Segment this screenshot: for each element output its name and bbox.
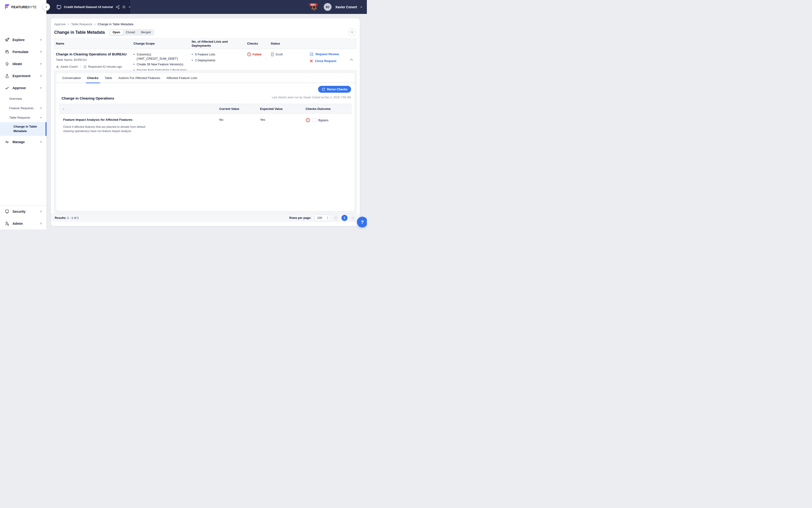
requested-time: Requested 42 minutes ago xyxy=(88,65,122,69)
checks-table-row: Feature Impact Analysis for Affected Fea… xyxy=(59,114,352,133)
bypass-label: Bypass xyxy=(318,118,328,122)
sidebar-item-label: Approve xyxy=(12,86,37,90)
flask-icon xyxy=(5,74,9,78)
sidebar-item-label: Security xyxy=(12,210,37,213)
tab-affected-feature-lists[interactable]: Affected Feature Lists xyxy=(166,73,197,83)
close-request-label: Close Request xyxy=(315,59,336,63)
sidebar-item-approve[interactable]: Approve xyxy=(0,82,46,94)
next-page-button[interactable] xyxy=(350,215,356,221)
detail-panel: Conversation Checks Table Actions For Af… xyxy=(56,73,355,211)
gear-icon[interactable] xyxy=(122,5,126,9)
sidebar-bottom-group: Security Admin xyxy=(0,205,46,229)
check-expected-value: Yes xyxy=(256,114,301,122)
close-x-icon xyxy=(310,59,313,63)
tab-table[interactable]: Table xyxy=(105,73,112,83)
sidebar-item-overview[interactable]: Overview xyxy=(0,94,46,103)
telescope-icon xyxy=(5,38,9,42)
checks-column-current-value: Current Value xyxy=(215,107,256,111)
column-header-change-scope: Change Scope xyxy=(131,42,189,45)
filter-open[interactable]: Open xyxy=(110,30,123,35)
sidebar-item-explore[interactable]: Explore xyxy=(0,34,46,46)
sidebar-item-label: Experiment xyxy=(12,74,37,78)
sidebar-item-table-requests[interactable]: Table Requests xyxy=(0,113,46,122)
check-name-cell: Feature Impact Analysis for Affected Fea… xyxy=(59,114,215,133)
monitor-check-icon xyxy=(56,5,61,9)
request-review-label: Request Review xyxy=(315,52,339,56)
avatar[interactable]: XC xyxy=(324,3,331,11)
sidebar-item-label: Ideate xyxy=(12,62,37,66)
chevron-left-icon xyxy=(335,217,337,219)
tab-conversation[interactable]: Conversation xyxy=(62,73,81,83)
sidebar-item-formulate[interactable]: Formulate xyxy=(0,46,46,58)
chevron-right-icon xyxy=(40,38,42,41)
chevron-down-icon xyxy=(40,116,42,119)
share-icon[interactable] xyxy=(116,5,120,9)
checks-column-name: - xyxy=(59,107,215,111)
bypass-checkbox[interactable] xyxy=(312,118,316,122)
select-stepper-icon xyxy=(326,216,329,220)
logo[interactable]: FEATUREBYTE xyxy=(0,0,46,14)
sidebar-item-label: Explore xyxy=(12,38,37,42)
tab-checks[interactable]: Checks xyxy=(87,73,98,83)
chevron-down-icon[interactable] xyxy=(128,6,131,8)
sidebar-item-experiment[interactable]: Experiment xyxy=(0,70,46,82)
check-current-value: No xyxy=(215,114,256,122)
checks-section-title: Change in Cleaning Operations xyxy=(61,96,114,100)
sidebar-item-manage[interactable]: Manage xyxy=(0,136,46,148)
page-1-button[interactable]: 1 xyxy=(342,215,348,221)
notification-badge: 999+ xyxy=(309,3,318,7)
sidebar: FEATUREBYTE Explore Formulate Ideate xyxy=(0,0,46,229)
chevron-up-icon xyxy=(350,58,353,61)
tab-actions-for-affected-features[interactable]: Actions For Affected Features xyxy=(118,73,160,83)
breadcrumb-separator: > xyxy=(94,23,96,26)
top-bar: Credit Default Dataset UI tutorial 999+ xyxy=(0,0,367,14)
checks-column-expected-value: Expected Value xyxy=(256,107,301,111)
requester-name: Xavier Conort xyxy=(60,65,78,69)
rows-per-page-label: Rows per page: xyxy=(289,216,311,220)
logo-text-bold: FEATURE xyxy=(11,5,28,9)
user-search-icon xyxy=(5,221,9,226)
user-menu-chevron-icon[interactable] xyxy=(360,6,363,8)
logo-text-light: BYTE xyxy=(28,5,37,9)
sidebar-subitem-label: Overview xyxy=(9,97,42,100)
sidebar-item-admin[interactable]: Admin xyxy=(0,217,46,229)
sidebar-item-change-in-table-metadata[interactable]: Change in Table Metadata xyxy=(0,122,46,136)
chevron-right-icon xyxy=(40,210,42,213)
request-review-button[interactable]: Request Review xyxy=(310,52,357,56)
logo-text: FEATUREBYTE xyxy=(11,5,37,9)
failed-icon xyxy=(247,52,251,56)
filter-closed[interactable]: Closed xyxy=(123,30,138,35)
request-title: Change in Cleaning Operations of BUREAU xyxy=(56,52,131,56)
sidebar-item-feature-requests[interactable]: Feature Requests xyxy=(0,103,46,113)
chevron-right-icon xyxy=(352,217,354,219)
column-header-status: Status xyxy=(269,42,308,45)
row-collapse-button[interactable] xyxy=(350,58,353,61)
status-label: Draft xyxy=(276,53,283,56)
notifications-bell[interactable]: 999+ xyxy=(311,4,317,11)
sidebar-collapse-button[interactable] xyxy=(43,3,50,11)
lightbulb-icon xyxy=(5,61,9,66)
breadcrumb-separator: > xyxy=(67,23,69,26)
affected-item: 2 Deployments xyxy=(192,58,245,62)
rerun-checks-button[interactable]: Rerun Checks xyxy=(318,86,351,93)
search-button[interactable] xyxy=(348,28,356,36)
table-row[interactable]: Change in Cleaning Operations of BUREAU … xyxy=(54,49,357,70)
previous-page-button[interactable] xyxy=(333,215,339,221)
breadcrumb-approve[interactable]: Approve xyxy=(54,23,65,26)
sidebar-subitem-label: Table Requests xyxy=(9,116,40,119)
sidebar-item-ideate[interactable]: Ideate xyxy=(0,58,46,70)
column-header-checks: Checks xyxy=(245,42,269,45)
change-scope-item: Column(s): ['AMT_CREDIT_SUM_DEBT'] xyxy=(133,52,189,60)
search-icon xyxy=(350,31,354,34)
breadcrumb-table-requests[interactable]: Table Requests xyxy=(71,23,92,26)
check-icon xyxy=(5,86,9,90)
featurebyte-logo-mark-icon xyxy=(4,4,10,10)
help-button[interactable]: ? xyxy=(357,217,367,227)
checklist-icon xyxy=(310,52,314,56)
filter-merged[interactable]: Merged xyxy=(138,30,153,35)
results-label: Results: xyxy=(55,216,66,220)
sidebar-item-label: Manage xyxy=(12,140,37,144)
project-selector[interactable]: Credit Default Dataset UI tutorial xyxy=(46,0,131,14)
sidebar-item-security[interactable]: Security xyxy=(0,205,46,217)
rows-per-page-select[interactable]: 100 xyxy=(315,215,330,221)
